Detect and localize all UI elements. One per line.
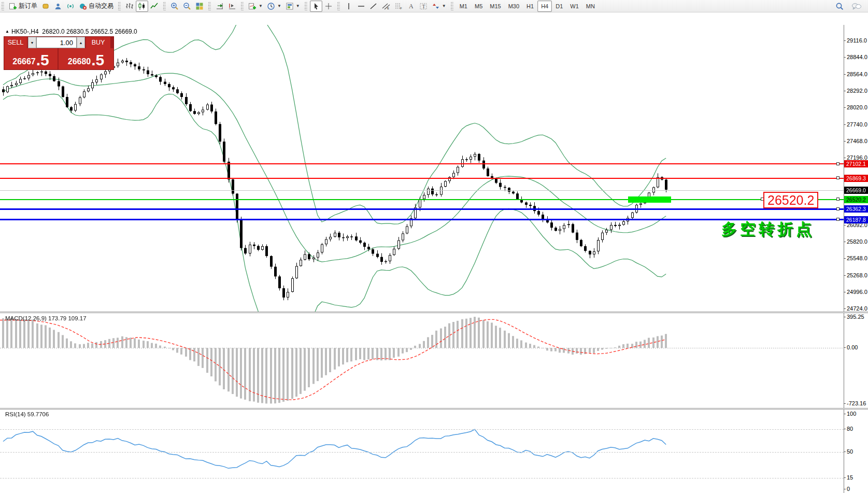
templates-button[interactable]: ▼ <box>283 1 302 12</box>
tf-m1-label: M1 <box>460 3 467 9</box>
search-button[interactable] <box>833 1 846 12</box>
volume-input[interactable] <box>36 37 77 48</box>
dropdown-arrow-icon[interactable]: ▼ <box>296 4 300 8</box>
macd-pane-splitter[interactable] <box>0 312 868 313</box>
volume-increase-button[interactable]: ▲ <box>77 37 85 48</box>
timeframe-button-M30[interactable]: M30 <box>505 1 523 12</box>
volume-decrease-button[interactable]: ▼ <box>28 37 36 48</box>
line-chart-button[interactable] <box>148 1 161 12</box>
price-badge-26669.0: 26669.0 <box>844 187 868 194</box>
horizontal-line-26520.2[interactable] <box>0 199 844 200</box>
timeframe-button-D1[interactable]: D1 <box>552 1 566 12</box>
timeframe-button-W1[interactable]: W1 <box>566 1 582 12</box>
pivot-annotation-text[interactable]: 多空转折点 <box>721 219 815 240</box>
templates-icon <box>286 2 294 10</box>
horizontal-line-26869.3[interactable] <box>0 178 844 179</box>
rsi-level-line-80 <box>0 429 844 430</box>
symbol-info: ▲HK50-,H4 26820.0 26830.5 26652.5 26669.… <box>5 28 137 35</box>
profiles-icon <box>54 2 62 10</box>
tile-windows-button[interactable] <box>193 1 206 12</box>
buy-button[interactable]: BUY <box>86 37 110 48</box>
price-axis-tick: 25268.0 <box>847 272 867 278</box>
horizontal-line-26362.3[interactable] <box>0 208 844 210</box>
periods-icon <box>267 2 275 10</box>
indicators-icon <box>248 2 257 10</box>
buy-price[interactable]: 26680.5 <box>59 48 113 69</box>
rsi-axis-tick: 100 <box>847 411 856 417</box>
timeframe-button-MN[interactable]: MN <box>582 1 599 12</box>
fibonacci-icon: F <box>394 2 403 10</box>
sell-price[interactable]: 26667.5 <box>4 48 58 69</box>
tf-mn-label: MN <box>586 3 595 9</box>
trendline-button[interactable] <box>367 1 380 12</box>
rsi-level-line-50 <box>0 452 844 453</box>
arrows-button[interactable]: ▼ <box>430 1 448 12</box>
text-label-button[interactable]: T <box>417 1 430 12</box>
toolbar-group-handle[interactable] <box>208 2 211 10</box>
macd-label: MACD(12,26,9) 173.79 109.17 <box>5 315 87 321</box>
rsi-pane-splitter[interactable] <box>0 408 868 410</box>
tf-h4-label: H4 <box>541 3 548 9</box>
vertical-line-button[interactable] <box>343 1 355 12</box>
sell-button[interactable]: SELL <box>4 37 28 48</box>
indicators-button[interactable]: ▼ <box>246 1 265 12</box>
candlestick-chart-button[interactable] <box>136 1 148 12</box>
equidistant-channel-button[interactable]: E <box>380 1 392 12</box>
timeframe-button-H1[interactable]: H1 <box>523 1 537 12</box>
toolbar-group-handle[interactable] <box>163 2 166 10</box>
cursor-button[interactable] <box>310 1 322 12</box>
periods-button[interactable]: ▼ <box>265 1 283 12</box>
profiles-button[interactable] <box>52 1 64 12</box>
chart-shift-button[interactable] <box>226 1 238 12</box>
collapse-panel-icon[interactable]: ▲ <box>5 29 9 34</box>
line-handle[interactable] <box>836 176 839 179</box>
main-chart-canvas[interactable] <box>0 25 844 312</box>
timeframe-button-M5[interactable]: M5 <box>471 1 486 12</box>
zoom-in-button[interactable] <box>168 1 181 12</box>
rsi-canvas[interactable] <box>0 410 844 493</box>
dropdown-arrow-icon[interactable]: ▼ <box>277 4 281 8</box>
arrows-icon <box>432 2 440 10</box>
horizontal-line-27102.1[interactable] <box>0 163 844 164</box>
timeframe-button-H4[interactable]: H4 <box>537 1 552 12</box>
toolbar-group-handle[interactable] <box>451 2 453 10</box>
bar-chart-button[interactable] <box>123 1 136 12</box>
open-chart-button[interactable] <box>39 1 52 12</box>
price-axis-tick: 28020.0 <box>847 104 867 110</box>
text-button[interactable]: A <box>405 1 417 12</box>
line-handle[interactable] <box>836 198 839 201</box>
dropdown-arrow-icon[interactable]: ▼ <box>259 4 263 8</box>
signals-button[interactable] <box>64 1 77 12</box>
timeframe-button-M1[interactable]: M1 <box>456 1 471 12</box>
toolbar-group-handle[interactable] <box>305 2 307 10</box>
timeframe-button-M15[interactable]: M15 <box>486 1 504 12</box>
line-handle[interactable] <box>836 218 839 221</box>
zoom-out-button[interactable] <box>181 1 193 12</box>
pivot-price-callout[interactable]: 26520.2 <box>763 192 818 208</box>
crosshair-button[interactable] <box>322 1 335 12</box>
community-button[interactable] <box>849 1 864 12</box>
toolbar-group-handle[interactable] <box>2 2 4 10</box>
rsi-axis-tick: 80 <box>847 426 853 432</box>
new-order-button[interactable]: 新订单 <box>7 1 39 12</box>
toolbar-group-handle[interactable] <box>118 2 121 10</box>
auto-trading-button[interactable]: 自动交易 <box>77 1 116 12</box>
rsi-level-line-15 <box>0 478 844 478</box>
svg-text:T: T <box>422 4 425 9</box>
auto-scroll-button[interactable] <box>214 1 226 12</box>
rsi-axis-tick: 0 <box>847 486 850 492</box>
horizontal-line-26187.8[interactable] <box>0 219 844 220</box>
rsi-axis-tick: 15 <box>847 474 853 481</box>
macd-canvas[interactable] <box>0 313 844 408</box>
toolbar-group-handle[interactable] <box>241 2 244 10</box>
tf-h1-label: H1 <box>527 3 534 9</box>
dropdown-arrow-icon[interactable]: ▼ <box>442 4 446 8</box>
pivot-highlight-rect[interactable] <box>628 196 671 203</box>
horizontal-line-26669.0[interactable] <box>0 190 844 191</box>
line-handle[interactable] <box>836 207 839 210</box>
fibonacci-button[interactable]: F <box>392 1 405 12</box>
toolbar-group-handle[interactable] <box>337 2 340 10</box>
horizontal-line-button[interactable] <box>355 1 367 12</box>
price-axis-tick: 28564.0 <box>847 71 867 77</box>
line-handle[interactable] <box>836 162 839 165</box>
